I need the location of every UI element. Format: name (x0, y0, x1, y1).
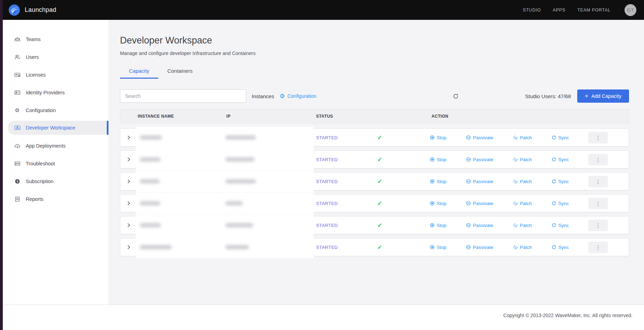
chevron-right-icon[interactable] (127, 135, 131, 140)
ip-redacted (225, 245, 249, 250)
sidebar-item-subscription[interactable]: $ Subscription (3, 172, 108, 190)
column-header-status: STATUS (299, 114, 414, 119)
sync-action-label: Sync (558, 157, 569, 162)
stop-action-button[interactable]: Stop (430, 201, 446, 206)
patch-action-button[interactable]: Patch (513, 245, 532, 250)
sidebar-item-users[interactable]: Users (3, 48, 108, 66)
ip-redacted (225, 179, 256, 184)
patch-action-button[interactable]: Patch (513, 179, 532, 184)
row-more-menu-button[interactable]: ⋮ (588, 198, 608, 209)
configuration-link-label: Configuration (287, 93, 316, 99)
status-check-icon: ✓ (377, 244, 382, 251)
status-cell: STARTED ✓ (299, 200, 414, 207)
patch-action-label: Patch (520, 135, 532, 140)
sidebar-item-label: Teams (26, 37, 41, 42)
svg-text:$: $ (16, 180, 18, 183)
instance-name-redacted (140, 157, 161, 162)
chevron-right-icon[interactable] (127, 201, 131, 205)
tab-capacity[interactable]: Capacity (120, 65, 158, 79)
configuration-link[interactable]: ⚙ Configuration (280, 93, 316, 99)
tab-containers[interactable]: Containers (158, 65, 202, 79)
sidebar-item-teams[interactable]: Teams (3, 30, 108, 48)
refresh-button[interactable] (452, 93, 459, 100)
sidebar-item-configuration[interactable]: ⚙ Configuration (3, 101, 108, 119)
topnav-apps[interactable]: APPS (553, 8, 566, 13)
passivate-action-button[interactable]: Passivate (466, 179, 493, 184)
sync-action-button[interactable]: Sync (552, 179, 569, 184)
chevron-right-icon[interactable] (127, 223, 131, 227)
table-row: .. STARTED ✓ Stop Passivate Patch (120, 128, 629, 147)
redaction-ellipsis: .. (133, 223, 135, 227)
chevron-right-icon[interactable] (127, 179, 131, 183)
stop-action-button[interactable]: Stop (430, 245, 446, 250)
sync-action-label: Sync (558, 179, 569, 184)
gear-icon: ⚙ (280, 93, 285, 99)
topnav: STUDIO APPS TEAM PORTAL GT (523, 4, 636, 16)
status-check-icon: ✓ (377, 178, 382, 185)
brand: Launchpad (8, 4, 56, 16)
instance-name-cell: .. (120, 151, 209, 168)
redaction-ellipsis: .. (133, 157, 135, 161)
sync-action-label: Sync (558, 223, 569, 228)
topnav-studio[interactable]: STUDIO (523, 8, 541, 13)
redacted-region (136, 192, 314, 214)
sync-action-button[interactable]: Sync (552, 135, 569, 140)
sidebar-item-reports[interactable]: Reports (3, 190, 108, 208)
sidebar-item-developer-workspace[interactable]: Developer Workspace (8, 121, 108, 135)
sync-action-button[interactable]: Sync (552, 201, 569, 206)
row-more-menu-button[interactable]: ⋮ (588, 220, 608, 231)
sidebar-item-app-deployments[interactable]: App Deployments (3, 137, 108, 155)
instance-name-redacted (140, 223, 161, 228)
table-row: .. STARTED ✓ Stop Passivate Patch (120, 172, 629, 190)
row-more-menu-button[interactable]: ⋮ (588, 176, 608, 187)
topnav-team-portal[interactable]: TEAM PORTAL (577, 8, 611, 13)
patch-icon (513, 201, 518, 206)
sync-action-button[interactable]: Sync (552, 157, 569, 162)
passivate-action-button[interactable]: Passivate (466, 201, 493, 206)
passivate-action-button[interactable]: Passivate (466, 223, 493, 228)
patch-action-label: Patch (520, 201, 532, 206)
studio-users-count: Studio Users: 47/68 (525, 93, 571, 99)
sync-action-label: Sync (558, 135, 569, 140)
stop-icon (430, 135, 435, 140)
kebab-icon: ⋮ (595, 244, 601, 250)
stop-action-button[interactable]: Stop (430, 179, 446, 184)
redaction-ellipsis: .. (133, 245, 135, 249)
row-more-menu-button[interactable]: ⋮ (588, 132, 608, 143)
stop-icon (430, 201, 435, 206)
passivate-action-button[interactable]: Passivate (466, 135, 493, 140)
tab-bar: Capacity Containers (120, 65, 629, 79)
user-avatar[interactable]: GT (625, 4, 636, 16)
status-check-icon: ✓ (377, 200, 382, 207)
patch-action-button[interactable]: Patch (513, 201, 532, 206)
sidebar-item-identity-providers[interactable]: Identity Providers (3, 84, 108, 101)
developer-workspace-icon (14, 125, 21, 131)
patch-action-button[interactable]: Patch (513, 135, 532, 140)
sync-action-button[interactable]: Sync (552, 245, 569, 250)
action-cell: Stop Passivate Patch Sync ⋮ (414, 132, 629, 143)
redaction-ellipsis: .. (133, 201, 135, 205)
passivate-icon (466, 223, 471, 228)
row-more-menu-button[interactable]: ⋮ (588, 154, 608, 165)
sidebar-item-licenses[interactable]: Licenses (3, 66, 108, 84)
sync-icon (552, 245, 556, 250)
sync-action-button[interactable]: Sync (552, 223, 569, 228)
stop-action-button[interactable]: Stop (430, 223, 446, 228)
stop-action-label: Stop (437, 179, 446, 184)
instance-name-redacted (140, 201, 160, 206)
chevron-right-icon[interactable] (127, 157, 131, 162)
row-more-menu-button[interactable]: ⋮ (588, 242, 608, 253)
patch-action-button[interactable]: Patch (513, 157, 532, 162)
table-row: .. STARTED ✓ Stop Passivate Patch (120, 150, 629, 168)
sidebar-item-troubleshoot[interactable]: Troubleshoot (3, 155, 108, 172)
stop-action-button[interactable]: Stop (430, 135, 446, 140)
stop-action-button[interactable]: Stop (430, 157, 446, 162)
search-input[interactable] (120, 89, 246, 103)
patch-action-button[interactable]: Patch (513, 223, 532, 228)
passivate-action-button[interactable]: Passivate (466, 157, 493, 162)
chevron-right-icon[interactable] (127, 245, 131, 249)
add-capacity-button[interactable]: + Add Capacity (577, 89, 629, 103)
table-body: .. STARTED ✓ Stop Passivate Patch (120, 128, 629, 256)
passivate-action-button[interactable]: Passivate (466, 245, 493, 250)
status-cell: STARTED ✓ (299, 156, 414, 163)
